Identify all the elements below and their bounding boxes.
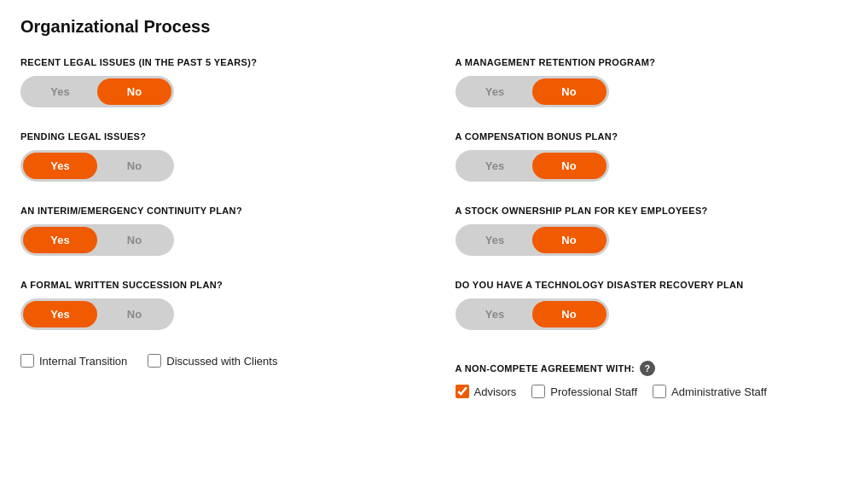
- non-compete-label-text: A NON-COMPETE AGREEMENT WITH:: [456, 363, 635, 374]
- no-button-tech-disaster[interactable]: No: [532, 301, 607, 327]
- succession-checkboxes: Internal Transition Discussed with Clien…: [20, 354, 404, 368]
- question-block-compensation-bonus: A COMPENSATION BONUS PLAN?YesNo: [456, 131, 839, 182]
- toggle-group-compensation-bonus: YesNo: [456, 150, 609, 182]
- non-compete-item-administrative-staff: Administrative Staff: [653, 385, 767, 398]
- non-compete-item-professional-staff: Professional Staff: [531, 385, 637, 398]
- question-block-tech-disaster: DO YOU HAVE A TECHNOLOGY DISASTER RECOVE…: [456, 280, 839, 330]
- yes-button-interim-continuity[interactable]: Yes: [23, 227, 97, 253]
- non-compete-checkbox-administrative-staff[interactable]: [653, 385, 666, 398]
- help-icon[interactable]: ?: [640, 361, 655, 376]
- toggle-group-pending-legal: YesNo: [20, 150, 174, 182]
- yes-button-recent-legal[interactable]: Yes: [23, 78, 97, 105]
- yes-button-compensation-bonus[interactable]: Yes: [458, 153, 532, 179]
- question-block-pending-legal: PENDING LEGAL ISSUES?YesNo: [20, 131, 404, 182]
- question-label-tech-disaster: DO YOU HAVE A TECHNOLOGY DISASTER RECOVE…: [456, 280, 839, 290]
- no-button-management-retention[interactable]: No: [532, 78, 607, 105]
- question-label-formal-succession: A FORMAL WRITTEN SUCCESSION PLAN?: [20, 280, 404, 290]
- question-block-interim-continuity: AN INTERIM/EMERGENCY CONTINUITY PLAN?Yes…: [20, 206, 404, 256]
- page-title: Organizational Process: [20, 17, 839, 37]
- non-compete-checkbox-advisors[interactable]: [456, 385, 469, 398]
- discussed-with-clients-item: Discussed with Clients: [148, 354, 277, 368]
- question-label-compensation-bonus: A COMPENSATION BONUS PLAN?: [456, 131, 839, 142]
- internal-transition-checkbox[interactable]: [20, 354, 34, 368]
- no-button-stock-ownership[interactable]: No: [532, 227, 607, 253]
- non-compete-option-label-administrative-staff: Administrative Staff: [671, 385, 767, 398]
- discussed-with-clients-checkbox[interactable]: [148, 354, 161, 368]
- non-compete-checkbox-professional-staff[interactable]: [531, 385, 545, 398]
- yes-button-stock-ownership[interactable]: Yes: [458, 227, 532, 253]
- toggle-group-recent-legal: YesNo: [20, 76, 174, 107]
- non-compete-option-label-advisors: Advisors: [474, 385, 517, 398]
- internal-transition-item: Internal Transition: [20, 354, 127, 368]
- toggle-group-stock-ownership: YesNo: [456, 224, 609, 256]
- non-compete-item-advisors: Advisors: [456, 385, 517, 398]
- question-label-interim-continuity: AN INTERIM/EMERGENCY CONTINUITY PLAN?: [20, 206, 404, 216]
- non-compete-checkboxes: AdvisorsProfessional StaffAdministrative…: [456, 385, 839, 398]
- question-label-management-retention: A MANAGEMENT RETENTION PROGRAM?: [456, 57, 839, 67]
- yes-button-pending-legal[interactable]: Yes: [23, 153, 97, 179]
- question-block-recent-legal: RECENT LEGAL ISSUES (IN THE PAST 5 YEARS…: [20, 57, 404, 107]
- question-label-pending-legal: PENDING LEGAL ISSUES?: [20, 131, 404, 142]
- question-block-management-retention: A MANAGEMENT RETENTION PROGRAM?YesNo: [456, 57, 839, 107]
- toggle-group-management-retention: YesNo: [456, 76, 609, 107]
- question-block-formal-succession: A FORMAL WRITTEN SUCCESSION PLAN?YesNo: [20, 280, 404, 330]
- yes-button-formal-succession[interactable]: Yes: [23, 301, 97, 327]
- toggle-group-tech-disaster: YesNo: [456, 298, 609, 330]
- discussed-with-clients-label: Discussed with Clients: [166, 355, 277, 368]
- toggle-group-formal-succession: YesNo: [20, 298, 174, 330]
- yes-button-management-retention[interactable]: Yes: [458, 78, 532, 105]
- toggle-group-interim-continuity: YesNo: [20, 224, 174, 256]
- question-block-stock-ownership: A STOCK OWNERSHIP PLAN FOR KEY EMPLOYEES…: [456, 206, 839, 256]
- question-label-recent-legal: RECENT LEGAL ISSUES (IN THE PAST 5 YEARS…: [20, 57, 404, 67]
- internal-transition-label: Internal Transition: [39, 355, 127, 368]
- no-button-recent-legal[interactable]: No: [97, 78, 171, 105]
- no-button-compensation-bonus[interactable]: No: [532, 153, 607, 179]
- no-button-formal-succession[interactable]: No: [97, 301, 171, 327]
- question-label-stock-ownership: A STOCK OWNERSHIP PLAN FOR KEY EMPLOYEES…: [456, 206, 839, 216]
- no-button-pending-legal[interactable]: No: [97, 153, 171, 179]
- non-compete-option-label-professional-staff: Professional Staff: [550, 385, 637, 398]
- yes-button-tech-disaster[interactable]: Yes: [458, 301, 532, 327]
- no-button-interim-continuity[interactable]: No: [97, 227, 171, 253]
- non-compete-section: A NON-COMPETE AGREEMENT WITH: ? Advisors…: [456, 354, 839, 398]
